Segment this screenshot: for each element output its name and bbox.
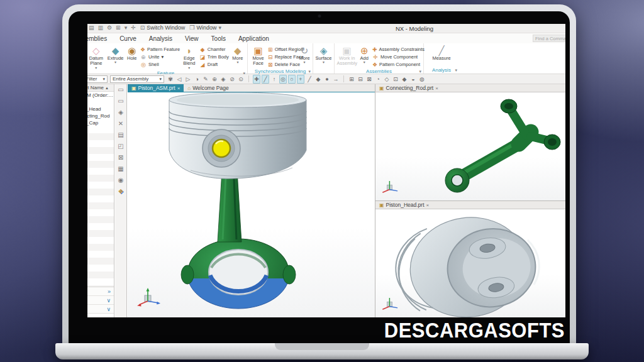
preview-section-toggle[interactable]: ∨	[87, 296, 114, 305]
add-component-button[interactable]: ⊕ Add ▾	[357, 45, 371, 64]
paste-icon[interactable]: ▤	[89, 25, 94, 31]
pattern-feature-button[interactable]: ❖ Pattern Feature	[140, 46, 179, 53]
constraint-navigator-icon[interactable]: ▭	[118, 97, 123, 104]
part-navigator-icon[interactable]: ◈	[118, 109, 123, 116]
brush-icon[interactable]: ✎	[202, 75, 209, 83]
move-component-button[interactable]: ✛ Move Component	[372, 53, 420, 60]
snap-intersection-icon[interactable]: +	[297, 75, 304, 84]
layout-caret-icon[interactable]: ▾	[125, 25, 128, 31]
web-browser-icon[interactable]: ⊠	[118, 154, 123, 161]
hide-icon[interactable]: ⊘	[228, 75, 236, 83]
render-style-icon[interactable]: ◔	[374, 75, 382, 83]
snap-midpoint-icon[interactable]: ↑	[270, 75, 278, 83]
pattern-component-button[interactable]: ❖ Pattern Component	[372, 61, 420, 68]
piston-head-model[interactable]	[375, 209, 565, 317]
caret-down-icon[interactable]: ▾	[455, 67, 457, 74]
qat-icons[interactable]: ▤▥⚙⊞▾✛	[89, 25, 136, 31]
navigator-item-row[interactable]: ☑ ▣ Piston_Cap	[87, 119, 114, 126]
orient-icon[interactable]: ◈	[219, 75, 227, 83]
shaded-view-icon[interactable]: ◆	[401, 75, 408, 83]
hole-button[interactable]: ◉ Hole	[125, 45, 139, 61]
copy-icon[interactable]: ▥	[98, 25, 104, 31]
replace-face-button[interactable]: ⊟ Replace Face	[268, 53, 297, 60]
selection-flower-icon[interactable]: ✾	[167, 75, 174, 83]
draft-button[interactable]: ◢ Draft	[199, 61, 229, 68]
delete-face-button[interactable]: ⊠ Delete Face	[268, 61, 297, 68]
window-tile-icon[interactable]: ⊟	[357, 75, 364, 83]
tab-connecting-rod[interactable]: ▣ Connecting_Rod.prt ×	[375, 84, 442, 92]
ribbon-tab[interactable]: Analysis	[143, 35, 179, 42]
tab-piston-asm[interactable]: ▣ Piston_ASM.prt ×	[128, 84, 184, 92]
chamfer-button[interactable]: ◆ Chamfer	[199, 46, 229, 53]
selection-filter-dropdown[interactable]: No Selection Filter ▾	[87, 75, 108, 83]
show-icon[interactable]: ⊙	[237, 75, 245, 83]
snap-vector-icon[interactable]: →	[332, 75, 340, 83]
snap-point-icon[interactable]: ◆	[314, 75, 322, 83]
offset-region-button[interactable]: ⊞ Offset Region	[268, 46, 297, 53]
snap-center-icon[interactable]: ◎	[279, 75, 287, 84]
piston-head-viewport[interactable]	[375, 209, 565, 317]
dependencies-section-toggle[interactable]: ∨	[87, 305, 114, 314]
navigator-root-row[interactable]: ☑ ▣ Piston_ASM (Order: Chronological)	[87, 92, 114, 99]
display-mode-icon[interactable]: ◍	[418, 75, 426, 83]
edge-blend-button[interactable]: ◗ Edge Blend ▾	[180, 45, 198, 70]
touch-mode-icon[interactable]: ✛	[131, 25, 136, 31]
close-icon[interactable]: ×	[426, 202, 430, 208]
roles-icon[interactable]: ❖	[118, 188, 124, 195]
close-icon[interactable]: ×	[177, 85, 180, 91]
snap-circle-icon[interactable]: ○	[288, 75, 296, 84]
ribbon-tab[interactable]: View	[179, 35, 205, 42]
shade-icon[interactable]: ◑	[193, 75, 201, 83]
extrude-button[interactable]: ◆ Extrude ▾	[106, 45, 125, 64]
tab-piston-head[interactable]: ▣ Piston_Head.prt ×	[375, 201, 433, 209]
find-command-input[interactable]: Find a Command	[533, 35, 565, 42]
connecting-rod-model[interactable]	[375, 92, 565, 200]
measure-button[interactable]: ╱ Measure	[431, 45, 452, 61]
sync-more-button[interactable]: ↻ More ▾	[298, 45, 311, 64]
ribbon-tab[interactable]: Assemblies	[87, 35, 113, 42]
window-split-icon[interactable]: ⊠	[365, 75, 373, 83]
fit-view-icon[interactable]: ⊕	[211, 75, 218, 83]
hd3d-tools-icon[interactable]: ◰	[118, 143, 123, 150]
move-face-button[interactable]: ▣ Move Face	[250, 45, 267, 67]
datum-plane-button[interactable]: ◇ Datum Plane ▾	[87, 45, 106, 70]
piston-assembly-model[interactable]	[128, 92, 375, 315]
half-shade-icon[interactable]: ◒	[409, 75, 417, 83]
switch-window-button[interactable]: ⊡ Switch Window	[140, 25, 186, 31]
select-prev-icon[interactable]: ◁	[175, 75, 183, 83]
navigator-item-row[interactable]: ☑ ▣ Piston_Head	[87, 106, 114, 112]
trim-body-button[interactable]: ◪ Trim Body	[199, 53, 229, 60]
view-orient-icon[interactable]: ⊡	[392, 75, 399, 83]
materials-icon[interactable]: ◉	[118, 177, 124, 184]
snap-endpoint-icon[interactable]: ╱	[262, 75, 269, 84]
snap-node-icon[interactable]: ●	[323, 75, 331, 83]
ribbon-tab[interactable]: Curve	[113, 35, 143, 42]
navigator-expand-button[interactable]: »	[87, 287, 114, 296]
navigator-column-header[interactable]: Descriptive Part Name ▲	[87, 84, 114, 92]
reuse-library-icon[interactable]: ▤	[118, 131, 123, 138]
wireframe-icon[interactable]: ◇	[383, 75, 391, 83]
navigator-item-row[interactable]: ☑ ▣ Connecting_Rod	[87, 112, 114, 119]
piston-assembly-viewport[interactable]	[128, 92, 375, 317]
history-icon[interactable]: ▦	[118, 165, 123, 172]
window-layout-icon[interactable]: ⊞	[116, 25, 121, 31]
snap-line-icon[interactable]: ╱	[306, 75, 313, 83]
selection-scope-dropdown[interactable]: Entire Assembly ▾	[110, 75, 164, 83]
window-menu-button[interactable]: ❒ Window ▾	[189, 25, 221, 31]
connecting-rod-viewport[interactable]	[375, 92, 565, 200]
assembly-navigator-icon[interactable]: ▭	[118, 86, 123, 93]
unite-button[interactable]: ⊕ Unite ▾	[140, 53, 179, 60]
assembly-constraints-button[interactable]: ✚ Assembly Constraints	[372, 46, 420, 53]
customize-icon[interactable]: ⚙	[107, 25, 112, 31]
close-icon[interactable]: ×	[435, 85, 438, 91]
tab-welcome-page[interactable]: ⌂ Welcome Page	[184, 84, 234, 92]
surface-button[interactable]: ◈ Surface ▾	[315, 45, 332, 64]
ribbon-tab[interactable]: Application	[232, 35, 275, 42]
ribbon-tab[interactable]: Tools	[205, 35, 232, 42]
feature-more-button[interactable]: ◆ More ▾	[230, 45, 245, 64]
snap-enable-icon[interactable]: ✚	[253, 75, 260, 84]
close-panel-icon[interactable]: ✕	[118, 120, 123, 127]
window-cascade-icon[interactable]: ⊞	[348, 75, 355, 83]
select-next-icon[interactable]: ▷	[184, 75, 192, 83]
shell-button[interactable]: ◎ Shell	[140, 61, 179, 68]
